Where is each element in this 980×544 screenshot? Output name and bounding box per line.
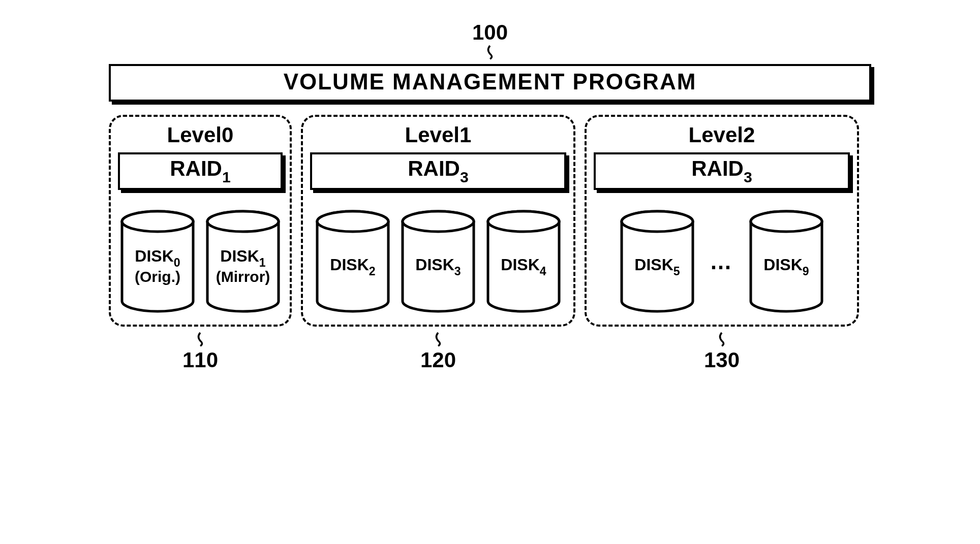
level1-raid-prefix: RAID [408,156,460,180]
ref-100-label: 100 [472,20,508,44]
level1-group: Level1 RAID3 DISK2 [301,115,575,327]
disk-0-sub: 0 [174,256,180,269]
disk-0-prefix: DISK [135,247,173,265]
disk-3-label: DISK3 [415,246,461,277]
ref-110: 110 [109,332,292,372]
level1-title: Level1 [405,123,472,147]
vmp-title: VOLUME MANAGEMENT PROGRAM [284,69,697,94]
disk-0-label: DISK0 (Orig.) [135,238,180,285]
level2-raid-sub: 3 [744,169,752,185]
svg-point-5 [317,211,388,232]
disk-0-subtext: (Orig.) [135,268,180,286]
level0-raid-sub: 1 [222,169,231,185]
disk-2-label: DISK2 [330,246,375,277]
disk-2-prefix: DISK [330,255,369,274]
svg-point-11 [622,211,693,232]
level2-raid-box: RAID3 [594,152,850,190]
level1-disks-row: DISK2 DISK3 [315,209,562,313]
disk-1-label: DISK1 (Mirror) [216,238,270,285]
ref-120-tick [431,332,446,347]
level2-title: Level2 [689,123,755,147]
disk-5-prefix: DISK [634,255,673,274]
disk-3: DISK3 [400,209,476,313]
level1-raid-sub: 3 [460,169,469,185]
disk-2-sub: 2 [369,265,376,278]
ref-130-tick [714,332,729,347]
svg-point-1 [122,211,193,232]
svg-point-7 [403,211,474,232]
ref-120-label: 120 [420,348,456,372]
disk-1-subtext: (Mirror) [216,268,270,286]
disk-4-sub: 4 [540,265,546,278]
disk-5-label: DISK5 [634,246,680,277]
level0-group: Level0 RAID1 DISK0 (Orig.) [109,115,292,327]
level2-ellipsis: … [705,249,739,274]
ref-100: 100 [109,20,871,60]
ref-100-tick [482,45,498,60]
level0-raid-box: RAID1 [118,152,283,190]
level2-disks-row: DISK5 … DISK9 [619,209,824,313]
disk-0: DISK0 (Orig.) [119,209,196,313]
disk-9-sub: 9 [803,265,809,278]
disk-9-label: DISK9 [763,246,809,277]
disk-9: DISK9 [748,209,824,313]
disk-1-sub: 1 [259,256,266,269]
disk-9-prefix: DISK [763,255,802,274]
ref-130-label: 130 [704,348,740,372]
ref-110-tick [193,332,208,347]
vmp-box: VOLUME MANAGEMENT PROGRAM [109,64,871,102]
disk-1: DISK1 (Mirror) [205,209,281,313]
disk-4-prefix: DISK [501,255,539,274]
level1-raid-box: RAID3 [310,152,566,190]
level0-title: Level0 [167,123,234,147]
ref-110-label: 110 [182,348,218,372]
levels-row: Level0 RAID1 DISK0 (Orig.) [109,115,871,327]
svg-point-3 [207,211,279,232]
disk-5: DISK5 [619,209,695,313]
disk-4-label: DISK4 [501,246,546,277]
disk-1-prefix: DISK [220,247,259,265]
disk-3-sub: 3 [454,265,461,278]
svg-point-13 [751,211,822,232]
disk-3-prefix: DISK [415,255,454,274]
ref-130: 130 [585,332,859,372]
disk-5-sub: 5 [673,265,680,278]
ref-120: 120 [301,332,575,372]
level2-group: Level2 RAID3 DISK5 … [585,115,859,327]
level0-disks-row: DISK0 (Orig.) DISK1 (Mirror) [119,209,281,313]
svg-point-9 [488,211,559,232]
level2-raid-prefix: RAID [691,156,744,180]
diagram-root: 100 VOLUME MANAGEMENT PROGRAM Level0 RAI… [109,20,871,372]
disk-4: DISK4 [485,209,562,313]
disk-2: DISK2 [315,209,391,313]
level0-raid-prefix: RAID [170,156,222,180]
bottom-refs: 110 120 130 [109,332,871,372]
